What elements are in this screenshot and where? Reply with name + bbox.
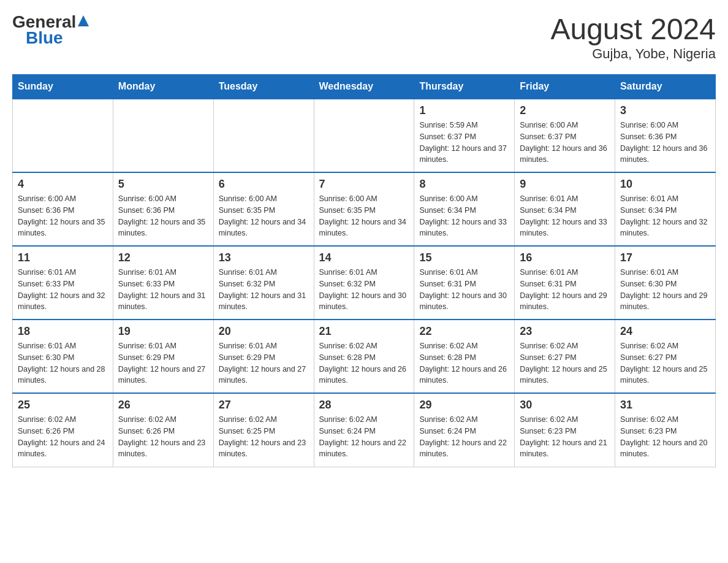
- calendar-cell: 10Sunrise: 6:01 AM Sunset: 6:34 PM Dayli…: [615, 172, 716, 246]
- day-info: Sunrise: 6:01 AM Sunset: 6:31 PM Dayligh…: [520, 267, 610, 313]
- day-info: Sunrise: 6:01 AM Sunset: 6:32 PM Dayligh…: [219, 267, 309, 313]
- calendar-cell: 9Sunrise: 6:01 AM Sunset: 6:34 PM Daylig…: [515, 172, 615, 246]
- day-number: 8: [419, 178, 509, 191]
- calendar-cell: 7Sunrise: 6:00 AM Sunset: 6:35 PM Daylig…: [314, 172, 414, 246]
- day-number: 31: [620, 399, 710, 412]
- calendar-cell: 4Sunrise: 6:00 AM Sunset: 6:36 PM Daylig…: [13, 172, 113, 246]
- day-number: 4: [18, 178, 108, 191]
- day-info: Sunrise: 6:01 AM Sunset: 6:32 PM Dayligh…: [319, 267, 409, 313]
- day-info: Sunrise: 6:01 AM Sunset: 6:33 PM Dayligh…: [118, 267, 208, 313]
- day-number: 20: [219, 325, 309, 338]
- day-info: Sunrise: 6:01 AM Sunset: 6:30 PM Dayligh…: [18, 340, 108, 386]
- day-number: 15: [419, 251, 509, 264]
- weekday-header-sunday: Sunday: [13, 75, 113, 99]
- day-info: Sunrise: 6:01 AM Sunset: 6:29 PM Dayligh…: [118, 340, 208, 386]
- day-info: Sunrise: 6:02 AM Sunset: 6:26 PM Dayligh…: [18, 414, 108, 460]
- day-number: 24: [620, 325, 710, 338]
- calendar-cell: [13, 99, 113, 172]
- day-number: 9: [520, 178, 610, 191]
- day-info: Sunrise: 6:00 AM Sunset: 6:35 PM Dayligh…: [319, 193, 409, 239]
- calendar-header-row: SundayMondayTuesdayWednesdayThursdayFrid…: [13, 75, 716, 99]
- week-row-2: 4Sunrise: 6:00 AM Sunset: 6:36 PM Daylig…: [13, 172, 716, 246]
- week-row-5: 25Sunrise: 6:02 AM Sunset: 6:26 PM Dayli…: [13, 393, 716, 467]
- day-info: Sunrise: 6:02 AM Sunset: 6:26 PM Dayligh…: [118, 414, 208, 460]
- calendar-cell: 30Sunrise: 6:02 AM Sunset: 6:23 PM Dayli…: [515, 393, 615, 467]
- day-number: 16: [520, 251, 610, 264]
- day-info: Sunrise: 6:00 AM Sunset: 6:36 PM Dayligh…: [620, 120, 710, 166]
- day-info: Sunrise: 6:02 AM Sunset: 6:28 PM Dayligh…: [319, 340, 409, 386]
- day-number: 13: [219, 251, 309, 264]
- day-number: 18: [18, 325, 108, 338]
- day-info: Sunrise: 6:02 AM Sunset: 6:25 PM Dayligh…: [219, 414, 309, 460]
- calendar-cell: 8Sunrise: 6:00 AM Sunset: 6:34 PM Daylig…: [414, 172, 515, 246]
- day-number: 22: [419, 325, 509, 338]
- weekday-header-tuesday: Tuesday: [213, 75, 314, 99]
- calendar-cell: 19Sunrise: 6:01 AM Sunset: 6:29 PM Dayli…: [113, 320, 213, 393]
- calendar-subtitle: Gujba, Yobe, Nigeria: [550, 46, 716, 62]
- day-info: Sunrise: 6:00 AM Sunset: 6:34 PM Dayligh…: [419, 193, 509, 239]
- calendar-cell: 11Sunrise: 6:01 AM Sunset: 6:33 PM Dayli…: [13, 246, 113, 320]
- day-number: 29: [419, 399, 509, 412]
- day-number: 1: [419, 104, 509, 117]
- day-number: 28: [319, 399, 409, 412]
- calendar-title-area: August 2024 Gujba, Yobe, Nigeria: [550, 12, 716, 62]
- day-number: 26: [118, 399, 208, 412]
- day-info: Sunrise: 6:02 AM Sunset: 6:28 PM Dayligh…: [419, 340, 509, 386]
- day-number: 5: [118, 178, 208, 191]
- day-number: 25: [18, 399, 108, 412]
- weekday-header-thursday: Thursday: [414, 75, 515, 99]
- logo-triangle-icon: [78, 15, 89, 26]
- calendar-cell: [314, 99, 414, 172]
- calendar-cell: [213, 99, 314, 172]
- calendar-cell: 18Sunrise: 6:01 AM Sunset: 6:30 PM Dayli…: [13, 320, 113, 393]
- calendar-cell: 27Sunrise: 6:02 AM Sunset: 6:25 PM Dayli…: [213, 393, 314, 467]
- calendar-cell: 26Sunrise: 6:02 AM Sunset: 6:26 PM Dayli…: [113, 393, 213, 467]
- day-number: 10: [620, 178, 710, 191]
- calendar-cell: 14Sunrise: 6:01 AM Sunset: 6:32 PM Dayli…: [314, 246, 414, 320]
- calendar-cell: 16Sunrise: 6:01 AM Sunset: 6:31 PM Dayli…: [515, 246, 615, 320]
- day-info: Sunrise: 6:00 AM Sunset: 6:37 PM Dayligh…: [520, 120, 610, 166]
- week-row-3: 11Sunrise: 6:01 AM Sunset: 6:33 PM Dayli…: [13, 246, 716, 320]
- calendar-cell: 25Sunrise: 6:02 AM Sunset: 6:26 PM Dayli…: [13, 393, 113, 467]
- calendar-title: August 2024: [550, 12, 716, 46]
- day-info: Sunrise: 6:01 AM Sunset: 6:34 PM Dayligh…: [520, 193, 610, 239]
- day-number: 2: [520, 104, 610, 117]
- calendar-cell: 23Sunrise: 6:02 AM Sunset: 6:27 PM Dayli…: [515, 320, 615, 393]
- weekday-header-friday: Friday: [515, 75, 615, 99]
- day-info: Sunrise: 5:59 AM Sunset: 6:37 PM Dayligh…: [419, 120, 509, 166]
- calendar-cell: [113, 99, 213, 172]
- day-number: 11: [18, 251, 108, 264]
- day-info: Sunrise: 6:02 AM Sunset: 6:23 PM Dayligh…: [520, 414, 610, 460]
- calendar-cell: 6Sunrise: 6:00 AM Sunset: 6:35 PM Daylig…: [213, 172, 314, 246]
- day-number: 30: [520, 399, 610, 412]
- calendar-cell: 21Sunrise: 6:02 AM Sunset: 6:28 PM Dayli…: [314, 320, 414, 393]
- calendar-cell: 31Sunrise: 6:02 AM Sunset: 6:23 PM Dayli…: [615, 393, 716, 467]
- calendar-cell: 20Sunrise: 6:01 AM Sunset: 6:29 PM Dayli…: [213, 320, 314, 393]
- day-number: 19: [118, 325, 208, 338]
- day-info: Sunrise: 6:02 AM Sunset: 6:27 PM Dayligh…: [620, 340, 710, 386]
- weekday-header-saturday: Saturday: [615, 75, 716, 99]
- day-info: Sunrise: 6:02 AM Sunset: 6:27 PM Dayligh…: [520, 340, 610, 386]
- calendar-cell: 22Sunrise: 6:02 AM Sunset: 6:28 PM Dayli…: [414, 320, 515, 393]
- calendar-cell: 1Sunrise: 5:59 AM Sunset: 6:37 PM Daylig…: [414, 99, 515, 172]
- day-info: Sunrise: 6:01 AM Sunset: 6:30 PM Dayligh…: [620, 267, 710, 313]
- page-header: General Blue August 2024 Gujba, Yobe, Ni…: [12, 12, 716, 62]
- day-info: Sunrise: 6:02 AM Sunset: 6:23 PM Dayligh…: [620, 414, 710, 460]
- logo: General Blue: [12, 12, 89, 48]
- calendar-cell: 12Sunrise: 6:01 AM Sunset: 6:33 PM Dayli…: [113, 246, 213, 320]
- day-number: 6: [219, 178, 309, 191]
- day-number: 7: [319, 178, 409, 191]
- calendar-table: SundayMondayTuesdayWednesdayThursdayFrid…: [12, 74, 716, 467]
- day-info: Sunrise: 6:02 AM Sunset: 6:24 PM Dayligh…: [319, 414, 409, 460]
- day-info: Sunrise: 6:00 AM Sunset: 6:36 PM Dayligh…: [118, 193, 208, 239]
- day-number: 12: [118, 251, 208, 264]
- logo-blue-text: Blue: [26, 28, 63, 48]
- calendar-cell: 2Sunrise: 6:00 AM Sunset: 6:37 PM Daylig…: [515, 99, 615, 172]
- day-number: 3: [620, 104, 710, 117]
- calendar-cell: 24Sunrise: 6:02 AM Sunset: 6:27 PM Dayli…: [615, 320, 716, 393]
- day-info: Sunrise: 6:01 AM Sunset: 6:34 PM Dayligh…: [620, 193, 710, 239]
- week-row-4: 18Sunrise: 6:01 AM Sunset: 6:30 PM Dayli…: [13, 320, 716, 393]
- day-number: 23: [520, 325, 610, 338]
- calendar-cell: 29Sunrise: 6:02 AM Sunset: 6:24 PM Dayli…: [414, 393, 515, 467]
- weekday-header-monday: Monday: [113, 75, 213, 99]
